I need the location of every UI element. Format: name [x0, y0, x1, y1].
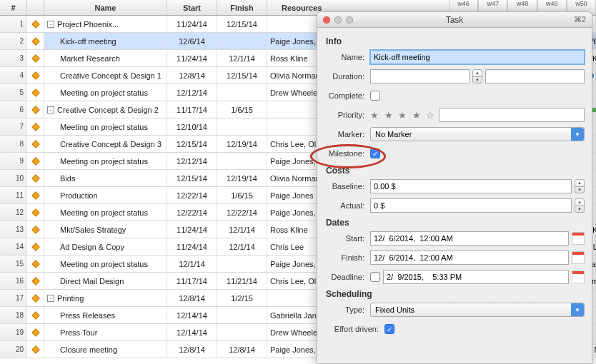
start-cell[interactable]: 11/17/14 [167, 101, 217, 118]
marker-popup[interactable]: No Marker▼ [370, 127, 585, 141]
finish-cell[interactable]: 12/22/14 [217, 204, 267, 221]
finish-cell[interactable]: 1/6/15 [217, 187, 267, 203]
start-cell[interactable]: 11/24/14 [167, 16, 217, 32]
start-cell[interactable]: 12/15/14 [167, 136, 217, 152]
task-name-cell[interactable]: Press Releases [44, 307, 167, 323]
calendar-icon[interactable] [572, 271, 585, 283]
finish-cell[interactable] [217, 324, 267, 340]
milestone-cell [27, 50, 44, 66]
effort-checkbox[interactable]: ✓ [384, 324, 394, 334]
task-name-cell[interactable]: Meeting on project status [44, 118, 167, 135]
task-name-cell[interactable]: -Printing [44, 290, 167, 306]
milestone-icon [31, 71, 39, 79]
finish-cell[interactable] [217, 307, 267, 323]
start-cell[interactable]: 12/22/14 [167, 187, 217, 203]
finish-cell[interactable]: 1/6/15 [217, 101, 267, 118]
deadline-checkbox[interactable] [370, 272, 380, 282]
finish-cell[interactable]: 1/2/15 [217, 290, 267, 306]
milestone-checkbox[interactable]: ✓ [370, 148, 380, 158]
duration-input[interactable] [370, 69, 470, 84]
outline-toggle-icon[interactable]: - [47, 106, 54, 113]
finish-cell[interactable] [217, 84, 267, 101]
task-name-cell[interactable]: -Project Phoenix... [44, 16, 167, 32]
col-start[interactable]: Start [167, 0, 217, 15]
start-input[interactable] [370, 231, 569, 246]
finish-cell[interactable]: 12/1/14 [217, 238, 267, 255]
calendar-icon[interactable] [572, 251, 585, 264]
complete-checkbox[interactable] [370, 91, 380, 101]
priority-input[interactable] [439, 108, 585, 122]
start-cell[interactable]: 12/14/14 [167, 307, 217, 323]
finish-cell[interactable]: 12/1/14 [217, 221, 267, 238]
milestone-cell [27, 307, 44, 323]
start-cell[interactable]: 12/14/14 [167, 324, 217, 340]
start-cell[interactable]: 12/8/14 [167, 341, 217, 358]
outline-toggle-icon[interactable]: - [47, 21, 54, 28]
priority-stars[interactable]: ★ ★ ★ ★ ☆ [370, 110, 436, 121]
outline-toggle-icon[interactable]: - [47, 295, 54, 302]
task-name-cell[interactable]: Ad Design & Copy [44, 238, 167, 255]
finish-cell[interactable]: 12/19/14 [217, 136, 267, 152]
start-cell[interactable]: 11/17/14 [167, 273, 217, 289]
duration-stepper[interactable]: ▲▼ [472, 69, 482, 84]
start-cell[interactable]: 12/22/14 [167, 204, 217, 221]
finish-cell[interactable] [217, 118, 267, 135]
milestone-icon [31, 157, 39, 165]
start-cell[interactable]: 11/24/14 [167, 238, 217, 255]
finish-cell[interactable]: 12/15/14 [217, 16, 267, 32]
task-name-cell[interactable]: Production [44, 187, 167, 203]
milestone-icon [31, 243, 39, 251]
chevron-down-icon[interactable]: ▼ [571, 303, 584, 316]
finish-cell[interactable] [217, 256, 267, 272]
task-name-cell[interactable]: Meeting on project status [44, 84, 167, 101]
task-name-cell[interactable]: Bids [44, 170, 167, 186]
task-name-cell[interactable]: Creative Concept & Design 1 [44, 67, 167, 84]
chevron-down-icon[interactable]: ▼ [571, 128, 584, 141]
task-name-cell[interactable]: Closure meeting [44, 341, 167, 358]
start-cell[interactable]: 12/8/14 [167, 67, 217, 84]
col-milestone-icon[interactable] [27, 0, 44, 15]
finish-cell[interactable]: 12/19/14 [217, 170, 267, 186]
task-name-cell[interactable]: Press Tour [44, 324, 167, 340]
finish-cell[interactable]: 12/15/14 [217, 67, 267, 84]
milestone-icon [31, 226, 39, 233]
start-cell[interactable]: 11/24/14 [167, 221, 217, 238]
type-popup[interactable]: Fixed Units▼ [370, 303, 585, 317]
task-name-cell[interactable]: Direct Mail Design [44, 273, 167, 289]
start-cell[interactable]: 12/6/14 [167, 33, 217, 49]
start-cell[interactable]: 12/12/14 [167, 153, 217, 169]
col-name[interactable]: Name [44, 0, 167, 15]
actual-input[interactable] [370, 198, 572, 213]
finish-cell[interactable] [217, 33, 267, 49]
calendar-icon[interactable] [572, 232, 585, 245]
task-name-cell[interactable]: Meeting on project status [44, 256, 167, 272]
task-name-cell[interactable]: Creative Concept & Design 3 [44, 136, 167, 152]
label-deadline: Deadline: [322, 273, 370, 281]
actual-stepper[interactable]: ▲▼ [575, 198, 585, 213]
task-name-cell[interactable]: Meeting on project status [44, 153, 167, 169]
finish-cell[interactable]: 12/8/14 [217, 341, 267, 358]
start-cell[interactable]: 12/12/14 [167, 84, 217, 101]
deadline-input[interactable] [383, 270, 569, 284]
task-name-cell[interactable]: -Creative Concept & Design 2 [44, 101, 167, 118]
baseline-input[interactable] [370, 179, 572, 193]
task-name-cell[interactable]: Market Research [44, 50, 167, 66]
finish-cell[interactable]: 11/21/14 [217, 273, 267, 289]
start-cell[interactable]: 12/1/14 [167, 256, 217, 272]
start-cell[interactable]: 12/15/14 [167, 170, 217, 186]
finish-cell[interactable]: 12/1/14 [217, 50, 267, 66]
start-cell[interactable]: 11/24/14 [167, 50, 217, 66]
start-cell[interactable]: 12/10/14 [167, 118, 217, 135]
finish-cell[interactable] [217, 153, 267, 169]
col-finish[interactable]: Finish [217, 0, 267, 15]
duration-unit-input[interactable] [485, 69, 585, 84]
start-cell[interactable]: 12/8/14 [167, 290, 217, 306]
col-number[interactable]: # [0, 0, 27, 15]
task-name-cell[interactable]: Kick-off meeting [44, 33, 167, 49]
panel-titlebar[interactable]: Task ⌘2 [317, 12, 592, 28]
finish-input[interactable] [370, 251, 569, 265]
task-name-cell[interactable]: Meeting on project status [44, 204, 167, 221]
task-name-cell[interactable]: Mkt/Sales Strategy [44, 221, 167, 238]
baseline-stepper[interactable]: ▲▼ [575, 179, 585, 193]
name-input[interactable] [370, 50, 585, 64]
